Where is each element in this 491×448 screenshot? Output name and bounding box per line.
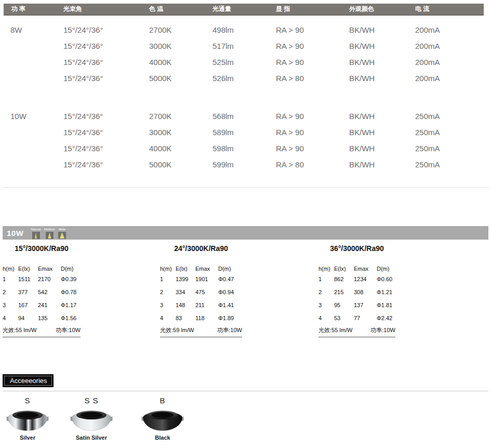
accessories-divider	[3, 391, 488, 391]
current-cell: 200mA	[413, 42, 484, 50]
banner-power-label: 10W	[7, 229, 23, 238]
finish-cell: BK/WH	[347, 58, 413, 67]
spec-table-header-row: 功 率光束角色 温光通量显 指外观颜色电 流	[4, 4, 484, 16]
table-row: 483118Φ1.89	[160, 311, 242, 324]
table-cell: 215	[334, 289, 354, 295]
table-cell: Φ0.78	[61, 289, 81, 295]
table-header-cell: Emax	[195, 266, 218, 272]
efficacy-label: 光效:59 lm/W	[160, 326, 194, 334]
table-cell: 3	[160, 302, 176, 308]
table-cell: 2	[3, 289, 18, 295]
power-label: 功率:10W	[56, 326, 81, 334]
cri-cell: RA > 90	[274, 128, 347, 137]
table-cell: Φ1.21	[377, 289, 395, 295]
beam-angle-cell: 15°/24°/36°	[61, 128, 147, 137]
spec-row: 15°/24°/36°4000K525lmRA > 90BK/WH200mA	[4, 54, 484, 70]
table-cell: 94	[18, 315, 38, 321]
table-header-cell: D(m)	[61, 266, 81, 272]
flux-cell: 498lm	[210, 25, 274, 34]
table-cell: 1	[3, 276, 18, 282]
accessories-badge: Acceeeories	[3, 374, 54, 387]
accessory-code: S	[24, 396, 30, 405]
table-cell: 1511	[18, 276, 38, 282]
finish-cell: BK/WH	[347, 112, 413, 121]
finish-cell: BK/WH	[347, 144, 413, 153]
accessory-name: Silver	[20, 434, 35, 441]
table-cell: Φ1.81	[377, 302, 395, 308]
column-header: 功 率	[4, 5, 61, 14]
narrow-beam-icon	[32, 232, 40, 239]
table-header-row: h(m)E(lx)EmaxD(m)	[3, 265, 81, 272]
column-header: 显 指	[274, 5, 347, 14]
table-header-cell: D(m)	[218, 266, 242, 272]
silver-trim-ring-image	[5, 406, 50, 433]
table-cell: 167	[18, 302, 38, 308]
beam-angle-cell: 15°/24°/36°	[61, 144, 147, 153]
column-header: 光束角	[61, 5, 147, 14]
power-label: 功率:10W	[370, 326, 395, 334]
table-header-cell: E(lx)	[176, 266, 195, 272]
flux-cell: 589lm	[210, 128, 274, 137]
table-header-cell: D(m)	[377, 266, 395, 272]
table-row: 18621234Φ0.60	[319, 272, 395, 285]
table-cell: 83	[176, 315, 195, 321]
table-header-row: h(m)E(lx)EmaxD(m)	[160, 265, 242, 272]
table-cell: 148	[176, 302, 195, 308]
column-header: 外观颜色	[347, 5, 413, 14]
finish-cell: BK/WH	[347, 160, 413, 169]
beam-icon: Narrow	[31, 228, 41, 239]
spec-row: 8W15°/24°/36°2700K498lmRA > 90BK/WH200mA	[4, 22, 484, 38]
flux-cell: 526lm	[210, 74, 274, 83]
cct-cell: 2700K	[147, 25, 210, 34]
power-group: 8W15°/24°/36°2700K498lmRA > 90BK/WH200mA…	[4, 22, 484, 86]
spec-row: 15°/24°/36°3000K589lmRA > 90BK/WH250mA	[4, 124, 484, 140]
table-header-cell: Emax	[38, 266, 61, 272]
table-header-cell: h(m)	[160, 266, 176, 272]
spec-row: 15°/24°/36°4000K598lmRA > 90BK/WH250mA	[4, 140, 484, 156]
table-cell: 1399	[176, 276, 195, 282]
cri-cell: RA > 80	[274, 160, 347, 169]
current-cell: 200mA	[413, 74, 484, 83]
table-row: 2377542Φ0.78	[3, 285, 81, 298]
table-cell: Φ0.39	[61, 276, 81, 282]
flux-cell: 517lm	[210, 42, 274, 50]
cri-cell: RA > 90	[274, 42, 347, 50]
cri-cell: RA > 80	[274, 74, 347, 83]
efficacy-label: 光效:55 lm/W	[319, 326, 352, 334]
black-trim-ring-image	[140, 406, 185, 433]
beam-label: Narrow	[31, 228, 41, 231]
spec-row: 15°/24°/36°3000K517lmRA > 90BK/WH200mA	[4, 38, 484, 54]
flux-cell: 599lm	[210, 160, 274, 169]
flux-cell: 598lm	[210, 144, 274, 153]
table-cell: 4	[319, 315, 334, 321]
finish-cell: BK/WH	[347, 25, 413, 34]
beam-angle-cell: 15°/24°/36°	[61, 74, 147, 83]
beam-label: Medium	[44, 228, 55, 231]
cct-cell: 4000K	[147, 58, 210, 67]
table-cell: 3	[319, 302, 334, 308]
table-cell: 3	[3, 302, 18, 308]
photometric-table: 24°/3000K/Ra90h(m)E(lx)EmaxD(m)113991901…	[160, 244, 242, 337]
finish-cell: BK/WH	[347, 42, 413, 50]
current-cell: 250mA	[413, 112, 484, 121]
table-cell: 2	[319, 289, 334, 295]
power-cell: 10W	[4, 112, 61, 121]
accessory-name: Black	[155, 434, 170, 441]
table-cell: Φ1.41	[218, 302, 242, 308]
table-cell: Φ0.94	[218, 289, 242, 295]
table-header-cell: h(m)	[3, 266, 18, 272]
table-row: 395137Φ1.81	[319, 298, 395, 311]
table-header-cell: h(m)	[319, 266, 334, 272]
beam-angle-cell: 15°/24°/36°	[61, 160, 147, 169]
cri-cell: RA > 90	[274, 25, 347, 34]
table-cell: 862	[334, 276, 354, 282]
table-header-cell: E(lx)	[334, 266, 354, 272]
wide-beam-icon	[58, 232, 66, 239]
power-cell: 8W	[4, 25, 61, 34]
table-cell: Φ0.47	[218, 276, 242, 282]
accessories-list: S SilverS S Satin SilverB Black	[3, 396, 488, 445]
efficacy-label: 光效:55 lm/W	[3, 326, 36, 334]
beam-angle-cell: 15°/24°/36°	[61, 58, 147, 67]
table-cell: 211	[195, 302, 218, 308]
table-cell: 53	[334, 315, 354, 321]
